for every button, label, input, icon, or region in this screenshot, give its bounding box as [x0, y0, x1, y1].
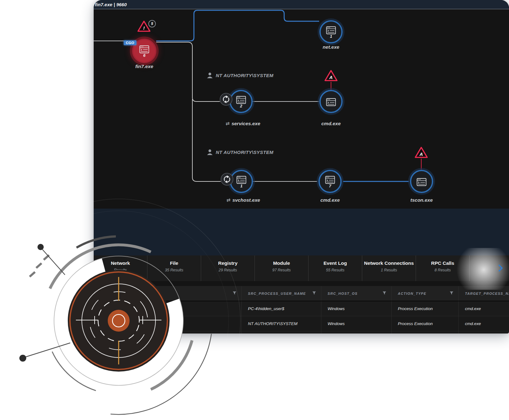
table-cell-target-process-name: cmd.exe [458, 316, 509, 331]
process-node-cmd-bottom[interactable]: 7 [319, 170, 342, 193]
process-graph-edges [94, 9, 509, 209]
process-window-icon [236, 96, 246, 104]
table-row[interactable]: NT AUTHORITY\SYSTEM Windows Process Exec… [94, 316, 509, 331]
column-header [94, 286, 241, 301]
tab-results-count: 35 Results [147, 268, 201, 272]
column-header-src-host-os[interactable]: SRC_HOST_OS [321, 286, 391, 301]
tab-network[interactable]: NetworkResults [94, 255, 147, 281]
process-window-icon [417, 178, 427, 186]
person-icon [207, 72, 213, 79]
process-node-net[interactable]: 1 [319, 20, 343, 43]
user-context-row3: NT AUTHORITY\SYSTEM [207, 149, 274, 156]
table-cell [94, 301, 241, 316]
process-window-icon [326, 26, 336, 34]
table-cell-target-process-name: cmd.exe [458, 301, 509, 316]
svg-text:A: A [329, 75, 333, 80]
table-header-row: SRC_PROCESS_USER_NAME SRC_HOST_OS ACTION… [94, 286, 509, 301]
table-cell-action-type: Process Execution [391, 301, 458, 316]
tab-results-count: 97 Results [255, 268, 308, 272]
process-label-services: ⇄services.exe [225, 121, 260, 126]
tab-registry[interactable]: Registry29 Results [201, 255, 255, 281]
table-cell-src-process-user-name: PC-4\hidden_user$ [241, 301, 321, 316]
tab-event-log[interactable]: Event Log55 Results [309, 255, 362, 281]
process-label-svchost: ⇄svchost.exe [226, 197, 260, 203]
process-node-tscon[interactable] [410, 170, 433, 193]
node-instance-count: 1 [240, 184, 242, 188]
process-window-icon [326, 98, 336, 106]
node-instance-count: 1 [330, 34, 332, 38]
process-label-fin7: fin7.exe [135, 64, 153, 69]
process-window-icon [139, 45, 149, 53]
filter-icon[interactable] [233, 291, 236, 295]
process-node-cmd-top[interactable] [319, 90, 343, 113]
process-label-tscon: tscon.exe [410, 197, 433, 203]
process-label-cmd-bottom: cmd.exe [320, 197, 340, 203]
alert-triangle-tscon[interactable]: A [414, 146, 428, 160]
column-header-src-process-user-name[interactable]: SRC_PROCESS_USER_NAME [241, 286, 321, 301]
table-row[interactable]: PC-4\hidden_user$ Windows Process Execut… [94, 301, 509, 316]
tab-module[interactable]: Module97 Results [255, 255, 309, 281]
table-cell-src-host-os: Windows [321, 316, 391, 331]
tab-rpc-calls[interactable]: RPC Calls8 Results [416, 255, 470, 281]
tab-results-count: 8 Results [416, 268, 469, 272]
table-cell [94, 316, 241, 331]
process-window-icon [236, 176, 246, 184]
alert-count-badge: 5 [148, 20, 156, 27]
process-label-net: net.exe [323, 44, 339, 50]
causality-view-panel: fin7.exe | 9660 [94, 0, 509, 334]
process-node-services[interactable]: 2 [230, 90, 253, 113]
column-header-action-type[interactable]: ACTION_TYPE [391, 286, 458, 301]
process-label-cmd-top: cmd.exe [321, 121, 341, 126]
tab-results-count: 29 Results [201, 268, 254, 272]
tab-file[interactable]: File35 Results [147, 255, 201, 281]
window-titlebar: fin7.exe | 9660 [94, 0, 509, 9]
filter-icon[interactable] [312, 291, 316, 295]
filter-icon[interactable] [383, 291, 386, 295]
tab-results-count: Results [94, 268, 147, 272]
column-header-target-process-name[interactable]: TARGET_PROCESS_NAME [458, 286, 509, 301]
table-row-partial [94, 331, 509, 334]
person-icon [207, 149, 213, 156]
node-instance-count: 7 [329, 184, 331, 188]
table-cell-src-host-os: Windows [321, 301, 391, 316]
results-table: SRC_PROCESS_USER_NAME SRC_HOST_OS ACTION… [94, 286, 509, 334]
injection-glyph-icon: ⇄ [225, 121, 230, 126]
tab-results-count: 55 Results [309, 268, 362, 272]
user-context-row2: NT AUTHORITY\SYSTEM [207, 72, 274, 79]
node-instance-count: 6 [143, 53, 145, 57]
tab-network-connections[interactable]: Network Connections1 Results [362, 255, 416, 281]
svg-text:A: A [419, 151, 423, 157]
injection-badge-icon [220, 173, 234, 186]
injection-badge-icon [220, 93, 233, 106]
filter-icon[interactable] [450, 291, 453, 295]
table-cell-src-process-user-name: NT AUTHORITY\SYSTEM [241, 316, 321, 331]
page-title: fin7.exe | 9660 [94, 2, 127, 7]
tab-results-count: 1 Results [362, 268, 416, 272]
evidence-tabbar: NetworkResults File35 Results Registry29… [94, 255, 509, 281]
table-cell-action-type: Process Execution [391, 316, 458, 331]
alert-triangle-fin7[interactable]: ! 5 [137, 20, 151, 34]
process-window-icon [325, 176, 335, 184]
tab-overflow-area [470, 255, 509, 281]
tabbar-table-divider [94, 281, 509, 286]
cgo-badge: CGO [124, 40, 136, 45]
process-details-panel: 22 16:25:27 - Mar 2nd 2022 17:01:59 ebb7… [94, 209, 509, 255]
process-graph-canvas[interactable]: 6 CGO ! 5 fin7.exe 1 net.ex [94, 9, 509, 209]
alert-triangle-cmd-top[interactable]: A [324, 69, 338, 83]
svg-text:!: ! [143, 25, 145, 31]
injection-glyph-icon: ⇄ [226, 197, 230, 203]
node-instance-count: 2 [240, 104, 242, 108]
more-tabs-button chevron-right-icon[interactable] [495, 264, 503, 272]
